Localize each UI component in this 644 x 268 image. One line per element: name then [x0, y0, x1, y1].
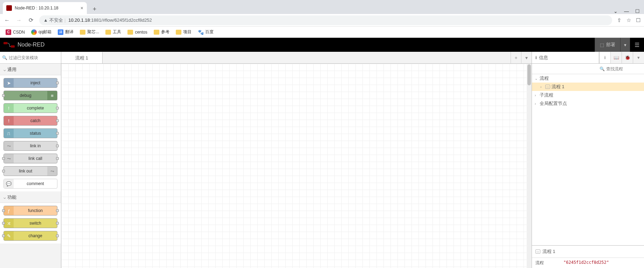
palette-node-comment[interactable]: 💬comment: [4, 179, 57, 189]
palette-node-switch[interactable]: ⤮switch: [4, 218, 57, 228]
flow-canvas[interactable]: [61, 64, 532, 268]
node-output-port[interactable]: [56, 234, 59, 237]
app-logo[interactable]: Node-RED: [4, 41, 44, 48]
node-input-port[interactable]: [2, 234, 5, 237]
tree-subflows-root[interactable]: › 子流程: [532, 91, 644, 99]
nodered-logo-icon: [4, 41, 15, 48]
bookmark-item[interactable]: 译翻译: [56, 28, 76, 36]
bookmark-item[interactable]: 工具: [103, 28, 123, 36]
node-output-port[interactable]: [56, 82, 59, 84]
palette-node-debug[interactable]: debug≡: [4, 91, 57, 100]
palette-node-catch[interactable]: !catch: [4, 116, 57, 126]
bookmark-item[interactable]: 项目: [174, 28, 194, 36]
chevron-down-icon[interactable]: ⌄: [614, 8, 618, 14]
node-output-port[interactable]: [56, 132, 59, 135]
palette-search[interactable]: 🔍: [0, 52, 61, 64]
palette-node-status[interactable]: ⎍status: [4, 128, 57, 138]
node-label: debug: [4, 93, 47, 98]
node-type-icon: ⎍: [4, 129, 14, 138]
sidebar-tab-debug-icon[interactable]: 🐞: [622, 52, 633, 63]
palette-node-change[interactable]: ✎change: [4, 231, 57, 241]
url-input[interactable]: ▲ 不安全 | 10.20.1.18:1881/#flow/6245f1d2cc…: [39, 15, 612, 25]
main-menu-button[interactable]: ☰: [630, 38, 644, 52]
tree-global-config-root[interactable]: › 全局配置节点: [532, 99, 644, 108]
node-output-port[interactable]: [56, 157, 59, 160]
node-output-port[interactable]: [56, 209, 59, 212]
node-label: complete: [14, 106, 57, 111]
node-type-icon: !: [4, 104, 14, 113]
baidu-icon: 🐾: [198, 29, 203, 35]
scrollbar-thumb[interactable]: [527, 64, 531, 85]
bookmark-item[interactable]: 参考: [152, 28, 172, 36]
tree-flow-item[interactable]: › ▭ 流程 1: [532, 83, 644, 91]
bookmark-label: 项目: [183, 29, 192, 35]
share-icon[interactable]: ⇧: [617, 17, 622, 23]
new-tab-button[interactable]: +: [90, 4, 99, 14]
close-tab-icon[interactable]: ×: [81, 5, 83, 11]
palette-node-link-call[interactable]: ⤳link call: [4, 154, 57, 163]
svg-rect-0: [4, 42, 7, 44]
bookmark-item[interactable]: 🐾百度: [196, 28, 216, 36]
palette-node-link-in[interactable]: ⤳link in: [4, 141, 57, 151]
palette-node-function[interactable]: ƒfunction: [4, 206, 57, 216]
back-button[interactable]: ←: [4, 17, 11, 23]
search-icon: 🔍: [600, 66, 605, 71]
workspace: 流程 1 + ▾: [61, 52, 532, 268]
sidebar-search[interactable]: 🔍: [532, 64, 644, 74]
minimize-icon[interactable]: —: [624, 8, 629, 14]
node-type-icon: ⤮: [4, 219, 14, 228]
bookmark-item[interactable]: centos: [125, 29, 149, 36]
extensions-icon[interactable]: ☐: [636, 17, 640, 23]
node-output-port[interactable]: [56, 119, 59, 122]
palette-node-inject[interactable]: ➤inject: [4, 78, 57, 88]
hamburger-icon: ☰: [635, 42, 639, 48]
flow-list-button[interactable]: ▾: [521, 52, 532, 63]
deploy-dropdown-button[interactable]: ▾: [620, 38, 630, 52]
palette-node-link-out[interactable]: link out⤳: [4, 166, 57, 176]
bookmark-item[interactable]: CCSDN: [4, 28, 27, 36]
favicon-icon: [6, 5, 12, 11]
deploy-button[interactable]: ⬚ 部署: [595, 38, 620, 52]
sidebar-tab-info[interactable]: i 信息: [532, 52, 599, 63]
palette-category-header[interactable]: 通用: [0, 64, 61, 75]
add-flow-button[interactable]: +: [511, 52, 521, 63]
node-label: link out: [4, 169, 47, 174]
tree-label: 子流程: [540, 92, 553, 98]
sidebar-tab-info-icon[interactable]: i: [599, 52, 610, 63]
node-label: status: [14, 131, 57, 136]
sidebar-tab-help-icon[interactable]: 📖: [610, 52, 622, 63]
palette-search-input[interactable]: [9, 55, 61, 60]
node-output-port[interactable]: [56, 222, 59, 225]
bookmark-item[interactable]: qq邮箱: [29, 28, 54, 36]
node-type-icon: ⤳: [4, 154, 14, 163]
flow-icon: ▭: [545, 85, 550, 89]
browser-tab-strip: Node-RED : 10.20.1.18 × + ⌄ — ☐: [0, 0, 644, 14]
sidebar-tab-more-icon[interactable]: ▾: [633, 52, 644, 63]
app-name: Node-RED: [18, 42, 44, 48]
forward-button[interactable]: →: [15, 17, 22, 23]
node-input-port[interactable]: [2, 209, 5, 212]
star-icon[interactable]: ☆: [626, 17, 631, 23]
node-output-port[interactable]: [56, 107, 59, 110]
node-input-port[interactable]: [2, 94, 5, 97]
browser-tab[interactable]: Node-RED : 10.20.1.18 ×: [3, 2, 87, 14]
bookmark-item[interactable]: 聚芯...: [78, 28, 101, 36]
canvas-scrollbar[interactable]: [527, 64, 532, 268]
reload-button[interactable]: ⟳: [27, 17, 34, 23]
tree-flows-root[interactable]: ⌄ 流程: [532, 74, 644, 83]
tree-label: 流程 1: [552, 84, 565, 90]
palette-category-header[interactable]: 功能: [0, 191, 61, 203]
info-sidebar: i 信息 i 📖 🐞 ▾ 🔍 ⌄ 流程 › ▭ 流程 1: [532, 52, 644, 268]
flow-tab[interactable]: 流程 1: [61, 52, 103, 63]
maximize-icon[interactable]: ☐: [635, 8, 640, 14]
node-label: change: [14, 233, 57, 238]
security-indicator[interactable]: ▲ 不安全 |: [43, 17, 65, 23]
node-input-port[interactable]: [2, 222, 5, 225]
palette-node-complete[interactable]: !complete: [4, 103, 57, 113]
sidebar-search-input[interactable]: [606, 66, 641, 71]
info-icon: i: [535, 55, 537, 60]
node-input-port[interactable]: [2, 170, 5, 172]
node-input-port[interactable]: [2, 157, 5, 160]
node-output-port[interactable]: [56, 144, 59, 147]
sidebar-footer: ▭ 流程 1 流程 "6245f1d2ccf8d252": [532, 245, 644, 268]
